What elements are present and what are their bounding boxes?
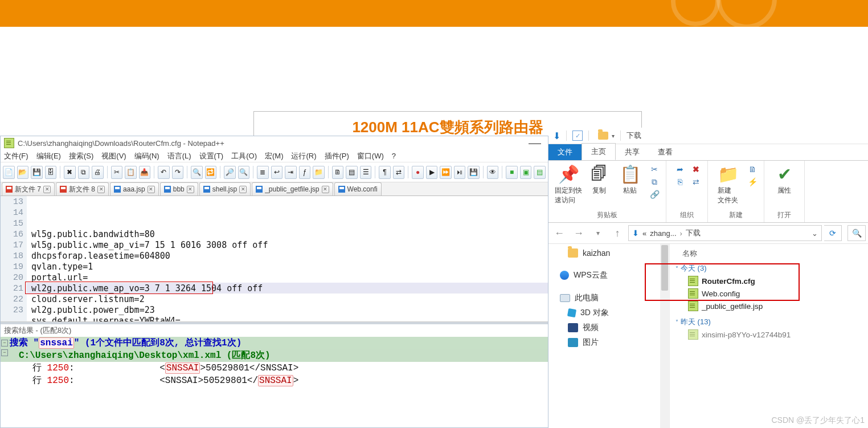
copy-button[interactable]: 🗐复制	[584, 163, 615, 195]
tb-indent-icon[interactable]: ⇥	[285, 166, 297, 179]
menu-window[interactable]: 窗口(W)	[357, 151, 384, 161]
qat-check-icon[interactable]: ✓	[572, 131, 583, 141]
easy-access-button[interactable]: ⚡	[746, 176, 759, 187]
group-yesterday[interactable]: ˅昨天 (13)	[675, 316, 868, 328]
tab-publicgetfile[interactable]: _public_getfile.jsp✕	[252, 182, 333, 195]
menu-tools[interactable]: 工具(O)	[231, 151, 257, 161]
tab-webconfig[interactable]: Web.confi	[334, 182, 382, 195]
tb-open-icon[interactable]: 📂	[17, 166, 29, 179]
tb-macro4-icon[interactable]: ⏯	[454, 166, 466, 179]
tb-g1-icon[interactable]: ■	[506, 166, 518, 179]
menu-run[interactable]: 运行(R)	[291, 151, 316, 161]
new-item-button[interactable]: 🗎	[746, 164, 759, 175]
properties-button[interactable]: ✔属性	[769, 163, 800, 195]
fold-icon[interactable]: −	[1, 349, 8, 356]
tab-aaa[interactable]: aaa.jsp✕	[110, 182, 159, 195]
column-header-name[interactable]: 名称	[675, 247, 868, 262]
back-button[interactable]: ←	[551, 225, 568, 241]
copy-path-button[interactable]: ⧉	[648, 176, 661, 187]
menu-help[interactable]: ?	[392, 152, 396, 160]
menu-macro[interactable]: 宏(M)	[265, 151, 284, 161]
close-icon[interactable]: ✕	[322, 186, 329, 193]
minimize-icon[interactable]: —	[529, 140, 541, 146]
tb-eye-icon[interactable]: 👁	[487, 166, 499, 179]
tb-wrap-icon[interactable]: ↩	[271, 166, 283, 179]
tb-paste-icon[interactable]: 📥	[139, 166, 151, 179]
tb-g3-icon[interactable]: ▤	[534, 166, 546, 179]
tb-macro2-icon[interactable]: ▶	[426, 166, 438, 179]
files-pane[interactable]: 名称 ˅今天 (3) RouterCfm.cfg Web.config _pub…	[670, 244, 868, 428]
menu-file[interactable]: 文件(F)	[4, 151, 28, 161]
download-arrow-icon[interactable]: ⬇	[553, 131, 560, 141]
search-hit[interactable]: 行 1250: <SNSSAI>50529801</SNSSAI>	[1, 374, 548, 387]
tb-folder-icon[interactable]: 📁	[313, 166, 325, 179]
forward-button[interactable]: →	[570, 225, 587, 241]
ribbon-tab-share[interactable]: 共享	[616, 144, 649, 160]
code-area[interactable]: wl5g.public.bandwidth=80 wl5g.public.wme…	[27, 196, 548, 321]
tb-doc-icon[interactable]: 🗎	[332, 166, 344, 179]
ribbon-tab-home[interactable]: 主页	[582, 143, 616, 160]
rename-button[interactable]: ⇄	[689, 176, 703, 187]
tb-replace-icon[interactable]: 🔁	[205, 166, 217, 179]
search-button[interactable]: 🔍	[847, 225, 866, 241]
tb-map-icon[interactable]: ▤	[346, 166, 358, 179]
tb-zoomout-icon[interactable]: 🔍	[238, 166, 250, 179]
close-icon[interactable]: ✕	[187, 186, 194, 193]
search-hit[interactable]: 行 1250: <SNSSAI>50529801</SNSSAI>	[1, 362, 548, 374]
tb-cut-icon[interactable]: ✂	[111, 166, 123, 179]
tb-macro-icon[interactable]: ●	[412, 166, 424, 179]
up-button[interactable]: ↑	[609, 225, 626, 241]
breadcrumb-part[interactable]: 下载	[686, 228, 701, 238]
moveto-button[interactable]: ➦	[673, 164, 687, 175]
new-folder-button[interactable]: 📁新建 文件夹	[713, 163, 743, 205]
tab-bbb[interactable]: bbb✕	[160, 182, 198, 195]
tb-hidden-icon[interactable]: ¶	[379, 166, 391, 179]
search-summary-line[interactable]: 搜索 "snssai" (1个文件中匹配到8次, 总计查找1次)	[1, 337, 548, 349]
ribbon-tab-view[interactable]: 查看	[649, 144, 682, 160]
recent-button[interactable]: ▾	[589, 225, 607, 241]
tree-item-video[interactable]: 视频	[548, 320, 669, 335]
tab-newfile7[interactable]: 新文件 7✕	[2, 182, 55, 195]
tb-copy-icon[interactable]: 📋	[125, 166, 137, 179]
refresh-button[interactable]: ⟳	[824, 225, 842, 241]
tb-redo-icon[interactable]: ↷	[172, 166, 184, 179]
tree-item-kaizhan[interactable]: kaizhan	[548, 246, 669, 260]
chevron-right-icon[interactable]: ›	[680, 229, 682, 238]
menu-view[interactable]: 视图(V)	[101, 151, 126, 161]
tb-new-icon[interactable]: 📄	[3, 166, 15, 179]
menu-encoding[interactable]: 编码(N)	[134, 151, 159, 161]
ribbon-tab-file[interactable]: 文件	[548, 144, 582, 160]
address-bar[interactable]: ⬇ « zhang... › 下载 ⌄	[628, 225, 822, 241]
addr-dropdown-icon[interactable]: ⌄	[812, 229, 818, 238]
tree-item-3d[interactable]: 3D 对象	[548, 305, 669, 320]
close-icon[interactable]: ✕	[43, 186, 51, 193]
pin-button[interactable]: 📌固定到快 速访问	[553, 163, 584, 205]
fold-icon[interactable]: −	[1, 340, 8, 347]
menu-settings[interactable]: 设置(T)	[199, 151, 224, 161]
menu-search[interactable]: 搜索(S)	[69, 151, 93, 161]
tab-newfile8[interactable]: 新文件 8✕	[56, 182, 109, 195]
tb-macro3-icon[interactable]: ⏩	[440, 166, 452, 179]
tb-close-icon[interactable]: ✖	[64, 166, 76, 179]
menu-language[interactable]: 语言(L)	[167, 151, 191, 161]
tb-indentg-icon[interactable]: ⇄	[393, 166, 405, 179]
file-item-publicgetfile[interactable]: _public_getfile.jsp	[675, 300, 868, 312]
tb-list-icon[interactable]: ☰	[360, 166, 372, 179]
tb-print-icon[interactable]: 🖨	[92, 166, 104, 179]
menu-plugins[interactable]: 插件(P)	[325, 151, 349, 161]
copyto-button[interactable]: ⎘	[673, 176, 687, 187]
tb-g2-icon[interactable]: ▣	[520, 166, 532, 179]
tb-sync-icon[interactable]: ≣	[257, 166, 269, 179]
tb-closeall-icon[interactable]: ⧉	[78, 166, 90, 179]
cut-button[interactable]: ✂	[648, 164, 661, 175]
file-item-xinsimi[interactable]: xinsimi-p8YYo-v12744b91	[675, 328, 868, 341]
close-icon[interactable]: ✕	[148, 186, 155, 193]
tb-macro5-icon[interactable]: 💾	[468, 166, 480, 179]
tb-undo-icon[interactable]: ↶	[158, 166, 170, 179]
npp-editor[interactable]: 1314151617181920212223 wl5g.public.bandw…	[1, 196, 548, 322]
close-icon[interactable]: ✕	[239, 186, 247, 193]
npp-titlebar[interactable]: C:\Users\zhanghaiqing\Downloads\RouterCf…	[1, 136, 548, 150]
search-file-line[interactable]: C:\Users\zhanghaiqing\Desktop\xml.xml (匹…	[1, 349, 548, 362]
tb-saveall-icon[interactable]: 🗄	[45, 166, 57, 179]
tb-func-icon[interactable]: ƒ	[299, 166, 311, 179]
